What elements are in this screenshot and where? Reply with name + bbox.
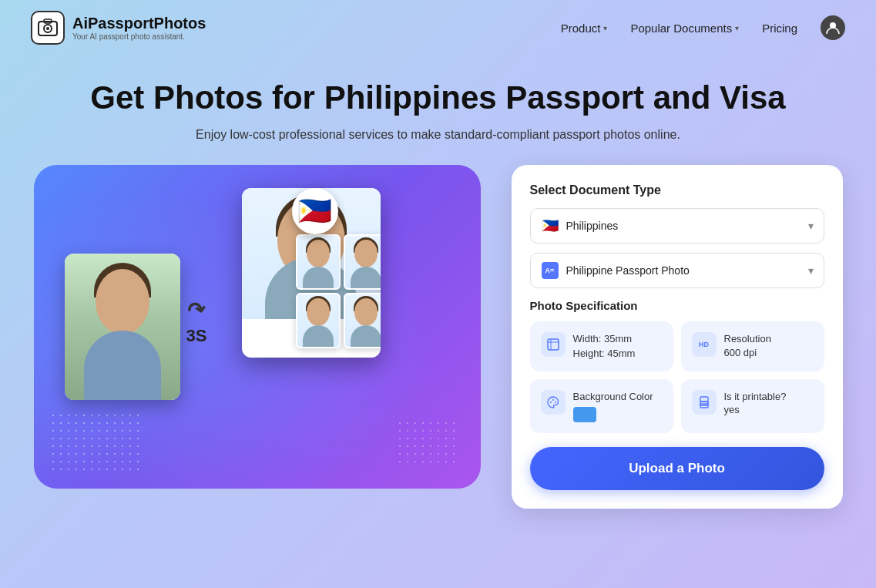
- resolution-info: Resolution 600 dpi: [724, 332, 771, 358]
- nav-links: Product ▾ Popular Documents ▾ Pricing: [561, 15, 845, 40]
- doc-type-icon: A=: [542, 262, 559, 279]
- hero-image-panel: ↷ 3S: [34, 165, 481, 489]
- background-color-icon: [541, 390, 566, 415]
- printable-value: yes: [724, 404, 787, 415]
- svg-point-9: [552, 399, 554, 401]
- dimensions-label: Width: 35mm: [573, 332, 636, 346]
- thumbnail-2: [344, 234, 381, 290]
- dimensions-height-label: Height: 45mm: [573, 347, 636, 361]
- before-photo-card: [65, 254, 180, 400]
- processing-time-label: 3S: [186, 327, 207, 347]
- nav-product[interactable]: Product ▾: [561, 22, 608, 35]
- spec-card-background: Background Color: [530, 379, 673, 433]
- face-body: [84, 331, 161, 400]
- spec-card-dimensions: Width: 35mm Height: 45mm: [530, 321, 673, 371]
- thumbnail-4: [344, 293, 381, 348]
- doc-type-select[interactable]: A= Philippine Passport Photo: [530, 253, 824, 288]
- document-type-section-title: Select Document Type: [530, 183, 824, 197]
- doc-type-select-wrapper[interactable]: A= Philippine Passport Photo ▾: [530, 253, 824, 288]
- printable-icon: [692, 390, 717, 415]
- resolution-value: 600 dpi: [724, 347, 771, 358]
- logo[interactable]: AiPassportPhotos Your AI passport photo …: [31, 11, 206, 45]
- doc-type-label: Philippine Passport Photo: [566, 264, 690, 277]
- printable-label: Is it printable?: [724, 390, 787, 404]
- country-flag-badge: 🇵🇭: [292, 188, 338, 234]
- background-color-label: Background Color: [573, 390, 653, 404]
- decorative-dots-left: [49, 412, 142, 473]
- user-account-icon[interactable]: [821, 15, 845, 40]
- hero-subtitle: Enjoy low-cost professional services to …: [31, 128, 845, 142]
- hero-section: Get Photos for Philippines Passport and …: [0, 55, 876, 150]
- resolution-label: Resolution: [724, 332, 771, 346]
- country-select-wrapper[interactable]: 🇵🇭 Philippines ▾: [530, 208, 824, 244]
- nav-pricing[interactable]: Pricing: [762, 22, 797, 35]
- thumbnail-row-2: [296, 293, 381, 348]
- upload-photo-button[interactable]: Upload a Photo: [530, 447, 824, 490]
- background-color-info: Background Color: [573, 390, 653, 422]
- svg-point-8: [550, 402, 552, 403]
- resolution-icon: HD: [692, 332, 717, 357]
- spec-grid: Width: 35mm Height: 45mm HD Resolution 6…: [530, 321, 824, 433]
- svg-point-10: [555, 402, 556, 403]
- before-photo-image: [65, 254, 180, 400]
- dimensions-icon: [541, 332, 566, 357]
- svg-rect-11: [700, 397, 708, 402]
- main-content: ↷ 3S: [0, 150, 876, 509]
- spec-card-printable: Is it printable? yes: [681, 379, 824, 433]
- svg-point-3: [46, 27, 49, 30]
- arrow-icon: ↷: [186, 297, 207, 324]
- country-label: Philippines: [566, 220, 619, 232]
- svg-point-13: [707, 402, 709, 404]
- photo-form-panel: Select Document Type 🇵🇭 Philippines ▾ A=…: [512, 165, 843, 509]
- country-select[interactable]: 🇵🇭 Philippines: [530, 208, 824, 244]
- printable-info: Is it printable? yes: [724, 390, 787, 415]
- brand-name: AiPassportPhotos: [72, 15, 206, 32]
- thumbnail-1: [296, 234, 341, 290]
- dimensions-info: Width: 35mm Height: 45mm: [573, 332, 636, 360]
- spec-section-title: Photo Specification: [530, 299, 824, 312]
- popular-docs-chevron-icon: ▾: [735, 24, 739, 32]
- country-flag-emoji: 🇵🇭: [542, 217, 559, 234]
- brand-tagline: Your AI passport photo assistant.: [72, 32, 206, 41]
- svg-rect-5: [548, 339, 559, 350]
- background-color-swatch: [573, 407, 596, 422]
- processing-arrow: ↷ 3S: [186, 298, 207, 347]
- thumbnail-row-1: [296, 234, 381, 290]
- product-chevron-icon: ▾: [603, 24, 607, 32]
- logo-icon: [31, 11, 65, 45]
- decorative-dots-right: [396, 419, 458, 465]
- photo-thumbnails: [296, 234, 381, 348]
- hero-title: Get Photos for Philippines Passport and …: [31, 79, 845, 117]
- face-head: [96, 269, 149, 334]
- nav-popular-documents[interactable]: Popular Documents ▾: [630, 22, 739, 35]
- spec-card-resolution: HD Resolution 600 dpi: [681, 321, 824, 371]
- thumbnail-3: [296, 293, 341, 348]
